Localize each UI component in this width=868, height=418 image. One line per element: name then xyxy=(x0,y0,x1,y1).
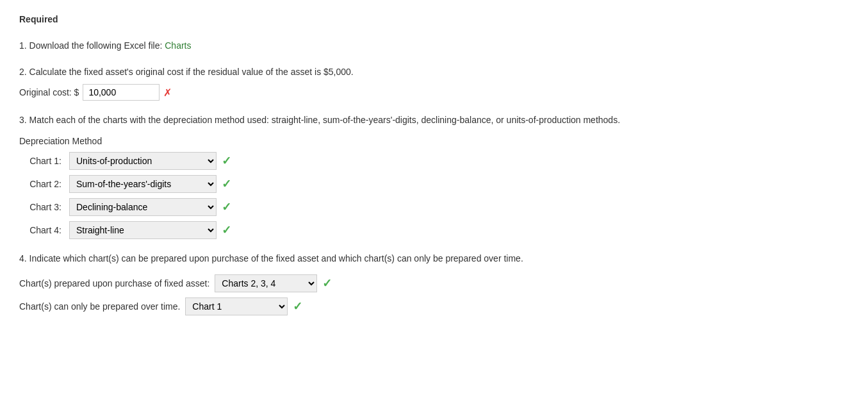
original-cost-label: Original cost: $ xyxy=(19,87,79,97)
chart1-select[interactable]: Units-of-production Straight-line Sum-of… xyxy=(69,152,217,170)
overtime-check-icon: ✓ xyxy=(293,299,302,314)
step3-text: 3. Match each of the charts with the dep… xyxy=(19,113,849,127)
chart1-check-icon: ✓ xyxy=(222,154,231,168)
step4-section: 4. Indicate which chart(s) can be prepar… xyxy=(19,252,849,315)
chart4-select[interactable]: Straight-line Sum-of-the-years'-digits D… xyxy=(69,221,217,239)
step1-section: 1. Download the following Excel file: Ch… xyxy=(19,39,849,53)
original-cost-input[interactable] xyxy=(83,84,160,101)
purchase-label: Chart(s) prepared upon purchase of fixed… xyxy=(19,278,209,288)
original-cost-row: Original cost: $ ✗ xyxy=(19,84,849,101)
original-cost-error-icon: ✗ xyxy=(163,87,172,99)
chart1-row: Chart 1: Units-of-production Straight-li… xyxy=(19,152,849,170)
chart4-check-icon: ✓ xyxy=(222,223,231,237)
depreciation-method-label: Depreciation Method xyxy=(19,135,849,148)
chart2-row: Chart 2: Sum-of-the-years'-digits Straig… xyxy=(19,175,849,193)
step2-section: 2. Calculate the fixed asset's original … xyxy=(19,65,849,101)
step3-section: 3. Match each of the charts with the dep… xyxy=(19,113,849,239)
purchase-select[interactable]: Charts 2, 3, 4 Chart 1 Charts 1, 2 Chart… xyxy=(215,274,317,292)
purchase-row: Chart(s) prepared upon purchase of fixed… xyxy=(19,274,849,292)
charts-link[interactable]: Charts xyxy=(165,40,191,51)
chart2-label: Chart 2: xyxy=(19,179,64,189)
overtime-select[interactable]: Chart 1 Chart 2 Chart 3 Chart 4 xyxy=(185,297,288,315)
step1-text: 1. Download the following Excel file: Ch… xyxy=(19,39,849,53)
page-heading: Required xyxy=(19,13,849,26)
chart2-select[interactable]: Sum-of-the-years'-digits Straight-line D… xyxy=(69,175,217,193)
depreciation-table: Chart 1: Units-of-production Straight-li… xyxy=(19,152,849,239)
purchase-check-icon: ✓ xyxy=(322,276,332,290)
step2-text: 2. Calculate the fixed asset's original … xyxy=(19,65,849,79)
step1-label: 1. Download the following Excel file: xyxy=(19,40,165,51)
chart1-label: Chart 1: xyxy=(19,156,64,166)
overtime-row-wrapper: Chart(s) can only be prepared over time.… xyxy=(19,297,849,315)
chart4-row: Chart 4: Straight-line Sum-of-the-years'… xyxy=(19,221,849,239)
chart3-select[interactable]: Declining-balance Straight-line Sum-of-t… xyxy=(69,198,217,216)
purchase-row-wrapper: Chart(s) prepared upon purchase of fixed… xyxy=(19,274,849,292)
chart3-check-icon: ✓ xyxy=(222,200,231,214)
heading-section: Required xyxy=(19,13,849,26)
chart3-row: Chart 3: Declining-balance Straight-line… xyxy=(19,198,849,216)
chart2-check-icon: ✓ xyxy=(222,177,231,191)
overtime-row: Chart(s) can only be prepared over time.… xyxy=(19,297,849,315)
step4-text: 4. Indicate which chart(s) can be prepar… xyxy=(19,252,849,265)
overtime-label: Chart(s) can only be prepared over time. xyxy=(19,301,180,312)
chart4-label: Chart 4: xyxy=(19,225,64,235)
chart3-label: Chart 3: xyxy=(19,202,64,212)
